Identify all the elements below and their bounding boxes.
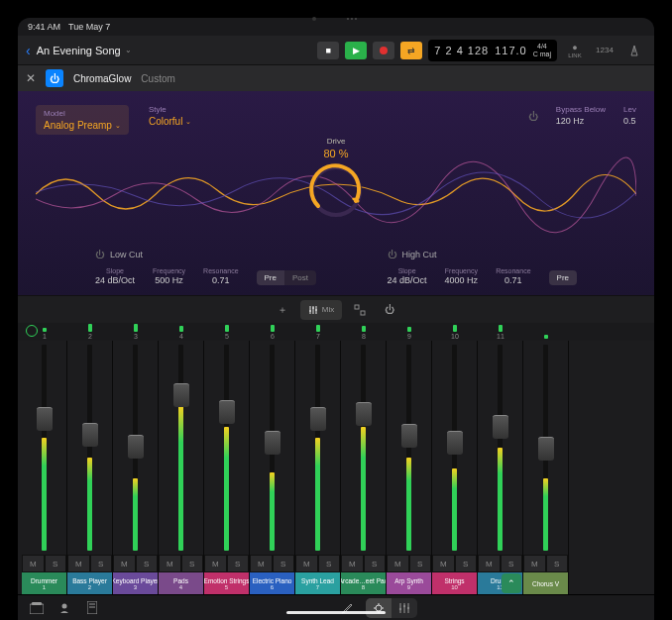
fader-area[interactable]	[341, 341, 386, 555]
solo-button[interactable]: S	[90, 555, 113, 572]
record-button[interactable]	[373, 42, 394, 59]
fader-area[interactable]	[113, 341, 158, 555]
track-marker[interactable]	[523, 323, 569, 341]
track-label[interactable]: Pads4	[159, 572, 203, 594]
mute-button[interactable]: M	[295, 555, 318, 572]
solo-button[interactable]: S	[409, 555, 432, 572]
lowcut-resonance[interactable]: Resonance0.71	[203, 267, 238, 285]
highcut-prepost[interactable]: Pre	[549, 270, 577, 285]
fader-area[interactable]	[67, 341, 112, 555]
track-marker[interactable]: 11	[478, 323, 523, 341]
fader-cap[interactable]	[219, 400, 235, 424]
track-label[interactable]: Bass Player2	[67, 572, 112, 594]
back-button[interactable]: ‹	[26, 43, 31, 58]
fader-cap[interactable]	[265, 431, 280, 455]
fader-area[interactable]	[387, 341, 431, 555]
highcut-resonance[interactable]: Resonance0.71	[496, 267, 530, 285]
lowcut-prepost[interactable]: Pre Post	[257, 270, 316, 285]
mute-button[interactable]: M	[478, 555, 501, 572]
plugin-power-button[interactable]: ⏻	[46, 69, 63, 87]
cycle-button[interactable]: ⇄	[400, 42, 422, 59]
solo-button[interactable]: S	[136, 555, 159, 572]
track-marker[interactable]: 2	[67, 323, 113, 341]
mute-button[interactable]: M	[204, 555, 227, 572]
track-label[interactable]: Keyboard Player3	[113, 572, 158, 594]
view-mode-a[interactable]	[366, 598, 392, 618]
smart-controls-button[interactable]	[56, 599, 73, 617]
highcut-slope[interactable]: Slope24 dB/Oct	[388, 267, 427, 285]
drive-knob[interactable]: Drive 80 %	[306, 137, 366, 221]
fader-cap[interactable]	[356, 402, 372, 426]
track-label[interactable]: Arp Synth9	[387, 572, 431, 594]
fader-area[interactable]	[478, 341, 522, 555]
home-indicator[interactable]	[286, 611, 386, 614]
view-mode-segment[interactable]	[366, 598, 417, 618]
track-marker[interactable]: 5	[204, 323, 250, 341]
mixer-power-button[interactable]: ⏻	[378, 300, 401, 320]
lowcut-slope[interactable]: Slope24 dB/Oct	[95, 267, 135, 285]
solo-button[interactable]: S	[45, 555, 67, 572]
notepad-button[interactable]	[83, 599, 101, 617]
track-marker[interactable]: 8	[341, 323, 387, 341]
track-label[interactable]: Drummer1	[22, 572, 66, 594]
track-marker[interactable]: 3	[113, 323, 159, 341]
fader-cap[interactable]	[493, 415, 508, 439]
solo-button[interactable]: S	[227, 555, 250, 572]
model-selector[interactable]: Model Analog Preamp⌄	[36, 105, 129, 135]
track-label[interactable]: Electric Piano6	[250, 572, 294, 594]
mute-button[interactable]: M	[67, 555, 90, 572]
mix-view-button[interactable]: Mix	[300, 300, 342, 320]
track-marker[interactable]: 1	[22, 323, 67, 341]
close-plugin-button[interactable]: ✕	[26, 71, 36, 85]
track-marker[interactable]: 6	[250, 323, 295, 341]
fader-cap[interactable]	[447, 431, 463, 455]
fader-area[interactable]	[523, 341, 568, 555]
mute-button[interactable]: M	[341, 555, 364, 572]
mute-button[interactable]: M	[387, 555, 409, 572]
mute-button[interactable]: M	[523, 555, 546, 572]
mute-button[interactable]: M	[432, 555, 455, 572]
mute-button[interactable]: M	[250, 555, 273, 572]
link-button[interactable]: ● LINK	[563, 41, 587, 60]
fader-cap[interactable]	[82, 423, 98, 447]
solo-button[interactable]: S	[455, 555, 478, 572]
bypass-below-param[interactable]: Bypass Below 120 Hz	[556, 105, 606, 126]
fader-area[interactable]	[250, 341, 294, 555]
fader-area[interactable]	[204, 341, 249, 555]
highcut-frequency[interactable]: Frequency4000 Hz	[445, 267, 479, 285]
fader-area[interactable]	[295, 341, 340, 555]
solo-button[interactable]: S	[318, 555, 341, 572]
view-mode-b[interactable]	[392, 598, 417, 618]
count-in-button[interactable]: 1234	[593, 41, 616, 60]
lowcut-power-icon[interactable]: ⏻	[95, 250, 104, 259]
track-marker[interactable]: 4	[159, 323, 204, 341]
bypass-power-icon[interactable]: ⏻	[528, 111, 538, 122]
lowcut-frequency[interactable]: Frequency500 Hz	[153, 267, 185, 285]
fader-cap[interactable]	[37, 407, 53, 431]
track-label[interactable]: Arcade…eet Pad8	[341, 572, 386, 594]
fader-area[interactable]	[22, 341, 66, 555]
track-label[interactable]: Chorus V	[523, 572, 568, 594]
solo-button[interactable]: S	[546, 555, 569, 572]
automation-button[interactable]	[348, 300, 372, 320]
track-marker[interactable]: 7	[295, 323, 341, 341]
mute-button[interactable]: M	[159, 555, 181, 572]
solo-button[interactable]: S	[501, 555, 523, 572]
level-param[interactable]: Lev 0.5	[623, 105, 636, 126]
fader-area[interactable]	[159, 341, 203, 555]
stop-button[interactable]: ■	[317, 42, 339, 59]
solo-button[interactable]: S	[181, 555, 204, 572]
play-button[interactable]: ▶	[345, 42, 367, 59]
highcut-power-icon[interactable]: ⏻	[388, 250, 396, 259]
fader-cap[interactable]	[310, 407, 326, 431]
track-marker[interactable]: 10	[432, 323, 478, 341]
fader-cap[interactable]	[401, 424, 417, 448]
track-label[interactable]: Emotion Strings5	[204, 572, 249, 594]
fader-cap[interactable]	[538, 437, 554, 461]
solo-button[interactable]: S	[273, 555, 295, 572]
mute-button[interactable]: M	[22, 555, 45, 572]
track-label[interactable]: Drums11 ⌃	[478, 572, 522, 594]
fader-cap[interactable]	[173, 383, 189, 407]
fader-area[interactable]	[432, 341, 477, 555]
collapse-button[interactable]: ⌃	[502, 573, 521, 593]
